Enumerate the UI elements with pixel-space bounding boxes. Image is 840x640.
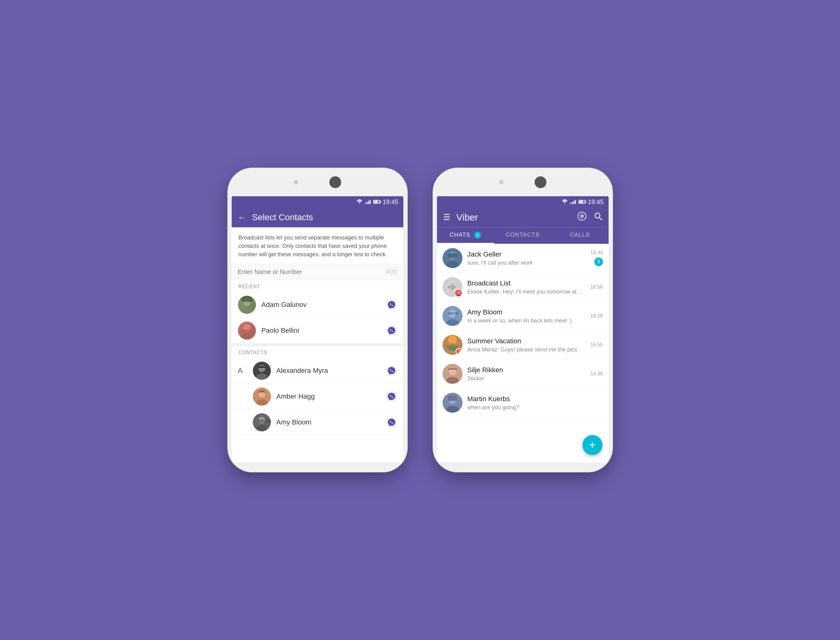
status-icons-right: 19:45	[562, 198, 603, 206]
svg-rect-3	[241, 296, 253, 302]
svg-line-27	[599, 218, 602, 220]
search-bar[interactable]: 0/20	[232, 264, 403, 280]
back-button[interactable]: ←	[238, 213, 246, 222]
avatar: MEOW	[443, 306, 462, 326]
chat-preview: sure, i'll call you after work	[467, 260, 586, 266]
search-icon[interactable]	[594, 212, 602, 222]
chat-list: Jack Geller sure, i'll call you after wo…	[437, 244, 609, 462]
svg-point-35	[458, 291, 461, 294]
list-item[interactable]: Martin Kuerbs when are you going?	[437, 389, 609, 418]
list-item[interactable]: Paolo Bellini	[232, 318, 403, 344]
svg-point-6	[241, 333, 253, 339]
search-input[interactable]	[238, 268, 386, 275]
chat-preview: In a week or so, when im back lets meet …	[467, 317, 586, 324]
svg-rect-8	[242, 329, 251, 333]
list-item[interactable]: A Alexandera Myra	[232, 358, 403, 384]
svg-point-33	[448, 285, 451, 289]
plus-icon: +	[589, 438, 595, 451]
status-bar-left: 19:45	[232, 196, 403, 207]
qr-code-icon[interactable]	[578, 212, 586, 222]
compose-button[interactable]: +	[582, 435, 602, 455]
chat-time: 14:38	[590, 371, 603, 377]
header-icons	[578, 212, 602, 222]
signal-icon	[365, 200, 371, 204]
list-item[interactable]: A Amber Hagg	[232, 384, 403, 410]
list-item[interactable]: Silje Rikken Sticker 14:38	[437, 360, 609, 389]
tab-calls-label: CALLS	[570, 232, 590, 238]
avatar	[253, 362, 271, 380]
svg-point-44	[458, 350, 461, 352]
wifi-icon	[562, 199, 568, 204]
viber-icon	[386, 299, 397, 310]
chat-meta: 18:28	[590, 313, 603, 319]
left-phone: 19:45 ← Select Contacts Broadcast lists …	[227, 168, 408, 472]
chats-badge: 3	[474, 232, 481, 238]
viber-title: Viber	[456, 212, 578, 222]
contacts-section: CONTACTS A Alexandera Myra	[232, 344, 403, 435]
hamburger-icon[interactable]: ☰	[443, 213, 450, 222]
chat-time: 18:28	[590, 313, 603, 319]
chat-preview: Sticker	[467, 375, 586, 382]
status-bar-right: 19:45	[437, 196, 609, 207]
avatar	[443, 248, 462, 268]
avatar-image	[443, 248, 462, 268]
list-item[interactable]: A MEOW Amy Bloom	[232, 410, 403, 435]
phone-top-left	[228, 168, 407, 196]
chat-name: Amy Bloom	[467, 308, 586, 316]
avatar-image: MEOW	[253, 413, 271, 431]
right-phone: 19:45 ☰ Viber	[433, 168, 613, 472]
mini-avatar-summer	[456, 348, 462, 355]
recent-label: RECENT	[232, 280, 403, 292]
avatar-image	[253, 362, 271, 380]
svg-text:MEOW: MEOW	[448, 312, 458, 315]
chat-meta: 18:56	[590, 284, 603, 290]
qr-icon-svg	[578, 212, 586, 221]
phone-top-right	[433, 168, 612, 196]
avatar	[238, 322, 256, 339]
phone-screen-left: 19:45 ← Select Contacts Broadcast lists …	[232, 196, 403, 462]
front-camera-right	[499, 180, 504, 184]
avatar-image	[253, 387, 271, 405]
chat-content: Jack Geller sure, i'll call you after wo…	[467, 250, 586, 266]
tab-calls[interactable]: CALLS	[551, 227, 609, 244]
chat-name: Silje Rikken	[467, 366, 586, 374]
tab-contacts[interactable]: CONTACTS	[494, 227, 551, 244]
list-item[interactable]: Adam Galunov	[232, 292, 403, 318]
contact-list-left: RECENT Adam Galunov	[232, 280, 403, 462]
home-button-left	[330, 176, 341, 188]
avatar-image	[238, 296, 256, 314]
front-camera-left	[294, 180, 298, 184]
chat-content: Amy Bloom In a week or so, when im back …	[467, 308, 586, 324]
chat-name: Broadcast List	[467, 279, 586, 287]
chat-name: Jack Geller	[467, 250, 586, 258]
contact-name: Amber Hagg	[277, 392, 380, 400]
tab-chats[interactable]: CHATS 3	[437, 227, 494, 244]
chat-content: Broadcast List Eloise Koiller: Hey! I'll…	[467, 279, 586, 295]
status-time-right: 19:45	[588, 198, 603, 206]
list-item[interactable]: Summer Vacation Anna Meraz: Guys! please…	[437, 331, 609, 360]
select-contacts-header: ← Select Contacts	[232, 207, 403, 227]
tabs-bar: CHATS 3 CONTACTS CALLS	[437, 227, 609, 244]
alpha-label: A	[238, 366, 247, 375]
avatar-image	[238, 322, 256, 339]
viber-icon	[386, 391, 397, 402]
chat-content: Summer Vacation Anna Meraz: Guys! please…	[467, 337, 586, 353]
list-item[interactable]: Broadcast List Eloise Koiller: Hey! I'll…	[437, 273, 609, 302]
svg-point-1	[241, 307, 253, 314]
signal-icon	[570, 200, 576, 204]
status-time-left: 19:45	[382, 198, 398, 206]
search-icon-svg	[594, 212, 602, 221]
contact-name: Alexandera Myra	[277, 366, 380, 375]
list-item[interactable]: Jack Geller sure, i'll call you after wo…	[437, 244, 609, 273]
svg-rect-52	[448, 396, 457, 401]
mini-avatar	[454, 289, 462, 297]
avatar-image	[443, 364, 462, 384]
list-item[interactable]: MEOW Amy Bloom In a week or so, when im …	[437, 302, 609, 331]
search-count: 0/20	[386, 269, 397, 275]
chat-preview: Anna Meraz: Guys! please send me the pic…	[467, 346, 586, 353]
chat-name: Martin Kuerbs	[467, 395, 598, 403]
chat-meta: 16:55	[590, 342, 603, 348]
status-icons-left: 19:45	[357, 198, 398, 206]
chat-preview: when are you going?	[467, 404, 598, 411]
avatar	[443, 393, 462, 413]
